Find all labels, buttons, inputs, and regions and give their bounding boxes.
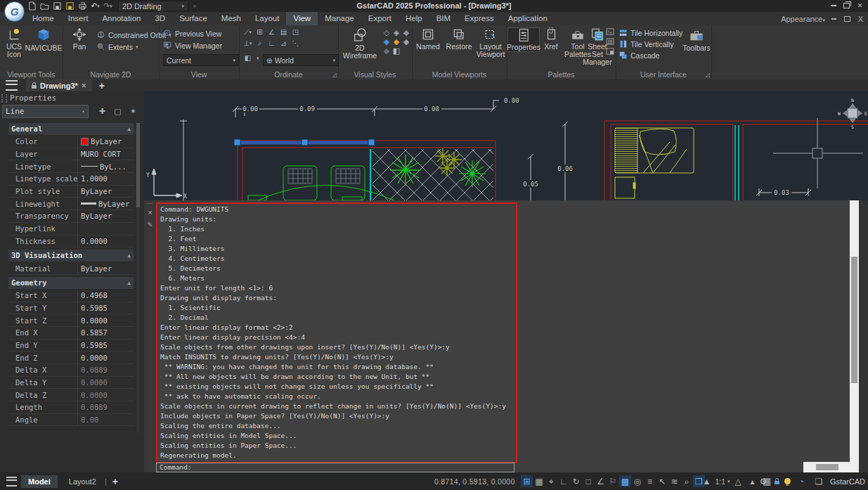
appearance-dropdown[interactable]: Appearance▾ [781, 15, 825, 23]
tile-vertically-button[interactable]: Tile Vertically [619, 40, 673, 49]
settings-gear-icon[interactable]: ⚙ [757, 475, 769, 487]
cyan-double-partition[interactable] [735, 125, 739, 200]
clean-screen-icon[interactable]: ❏ [812, 475, 824, 487]
performance-gauge-icon[interactable]: ◔ [796, 475, 808, 487]
ordinate-tool-icon[interactable]: ▤ [278, 27, 290, 37]
file-tabs-menu-icon[interactable] [6, 80, 18, 91]
current-view-dropdown[interactable]: Current▾ [163, 54, 239, 66]
property-row-end-y[interactable]: End Y 0.5985 [8, 340, 134, 352]
xray-style-icon[interactable]: ◧ [391, 46, 401, 56]
calculator-palette-icon[interactable] [606, 38, 614, 45]
polar-tracking-toggle[interactable]: ↻ [570, 475, 582, 487]
ui-lock-icon[interactable] [775, 481, 779, 484]
shaded-edges-style-icon[interactable]: ◆ [391, 37, 401, 46]
add-layout-button[interactable]: + [112, 476, 118, 487]
shades-gray-style-icon[interactable]: ◆ [401, 37, 411, 46]
ordinate-tool-icon[interactable]: ⌕ [254, 39, 266, 48]
property-row-hyperlink[interactable]: Hyperlink [8, 223, 134, 236]
gstarcad-brand-label[interactable]: GstarCAD [830, 477, 865, 486]
property-row-color[interactable]: Color ByLayer [8, 136, 134, 148]
property-row-start-y[interactable]: Start Y 0.5985 [8, 302, 134, 315]
ordinate-tool-icon[interactable]: ◳ [290, 27, 302, 37]
property-row-start-x[interactable]: Start X 0.4968 [8, 290, 134, 302]
isometric-grid-toggle[interactable]: ▩ [619, 475, 631, 487]
angle-snap-toggle[interactable]: ∠ [595, 475, 607, 487]
dynamic-input-toggle[interactable]: ↖ [656, 475, 668, 487]
annotation-scale-value[interactable]: 1:1 [715, 477, 726, 486]
command-edit-icon[interactable]: ✎ [144, 221, 156, 228]
ortho-mode-toggle[interactable]: ∟ [558, 475, 570, 487]
minimize-button[interactable] [827, 1, 840, 11]
object-snap-toggle[interactable]: □ [583, 475, 595, 487]
ordinate-tool-icon[interactable]: ⋱ [290, 39, 302, 48]
properties-scrollbar[interactable] [136, 123, 140, 432]
property-row-end-x[interactable]: End X 0.5857 [8, 327, 134, 340]
bed-symbol[interactable] [615, 128, 694, 198]
wireframe-style-icon[interactable]: ◇ [382, 28, 391, 37]
green-furniture[interactable] [248, 166, 394, 200]
selection-preview-toggle[interactable]: ⌕ [681, 475, 693, 487]
restore-button[interactable] [840, 1, 853, 11]
property-row-linetype[interactable]: Linetype ByL... [8, 160, 134, 173]
doc-minimize-button[interactable] [829, 14, 838, 23]
lineweight-display-toggle[interactable]: ≡ [644, 475, 656, 487]
cascade-button[interactable]: Cascade [619, 51, 659, 60]
tab-express[interactable]: Express [458, 12, 501, 25]
grid-display-toggle[interactable]: ⊞ [521, 475, 533, 487]
property-row-layer[interactable]: Layer MURO CORT [8, 148, 134, 161]
status-menu-icon[interactable] [6, 477, 17, 486]
hardware-acceleration-icon[interactable] [784, 478, 791, 484]
named-viewports-button[interactable]: Named [413, 27, 443, 51]
zoom-extents-button[interactable]: Extents▾ [96, 42, 138, 51]
qat-customize-icon[interactable]: ▿ [193, 4, 196, 9]
navigation-compass[interactable]: N W E S [838, 98, 867, 130]
workspace-dropdown[interactable]: 2D Drafting ▾ [118, 1, 188, 11]
layout2-tab[interactable]: Layout2 [62, 475, 103, 488]
undo-icon[interactable]: ↶▾ [90, 1, 101, 11]
center-snap-toggle[interactable]: ◎ [632, 475, 644, 487]
shaded-style-icon[interactable]: ◆ [382, 37, 391, 46]
property-row-start-z[interactable]: Start Z 0.0000 [8, 314, 134, 327]
ucs-select-icon[interactable]: ◧▾ [242, 53, 259, 63]
annotation-visibility-toggle[interactable]: △ [732, 475, 744, 487]
property-row-thickness[interactable]: Thickness 0.0000 [8, 236, 134, 248]
ordinate-tool-icon[interactable]: ⊞ [254, 27, 266, 37]
sketchy-style-icon[interactable]: ◆ [382, 46, 391, 56]
world-ucs-dropdown[interactable]: ⊕World ▾ [263, 54, 339, 66]
section-3d-visualization[interactable]: 3D Visualization▲ [8, 250, 134, 262]
tab-bim[interactable]: BIM [429, 12, 458, 25]
palette-grip[interactable] [1, 94, 7, 103]
annotation-scale-icon[interactable]: ▲ [701, 475, 713, 487]
property-row-linetype-scale[interactable]: Linetype scale 1.0000 [8, 173, 134, 186]
tab-manage[interactable]: Manage [318, 12, 361, 25]
property-row-transparency[interactable]: Transparency ByLayer [8, 210, 134, 223]
previous-view-button[interactable]: Previous View [163, 29, 221, 38]
document-tab-drawing3[interactable]: Drawing3* × [26, 79, 92, 91]
drawing-canvas[interactable]: 0.00 0.09 0.08 0.00 0.05 0.06 0.03 [144, 91, 868, 200]
xref-palette-button[interactable]: Xref [540, 27, 562, 51]
doc-close-button[interactable]: X [856, 14, 865, 23]
tab-layout[interactable]: Layout [248, 12, 287, 25]
ucs-icon-button[interactable]: UCS Icon [1, 27, 27, 58]
doc-restore-button[interactable] [843, 14, 852, 23]
tile-horizontally-button[interactable]: Tile Horizontally [619, 29, 682, 37]
cursor-snap-toggle[interactable]: ⌖ [545, 475, 557, 487]
save-as-icon[interactable] [65, 1, 75, 11]
open-file-icon[interactable] [39, 1, 50, 11]
view-manager-button[interactable]: View Manager [163, 41, 222, 50]
section-geometry[interactable]: Geometry▲ [8, 277, 134, 290]
snap-grid-toggle[interactable]: ▦ [533, 475, 545, 487]
hidden-style-icon[interactable]: ◈ [391, 28, 401, 37]
properties-palette-button[interactable]: Properties [507, 27, 540, 52]
tab-mesh[interactable]: Mesh [214, 12, 248, 25]
new-file-icon[interactable] [27, 1, 37, 11]
navicube-button[interactable]: NAVICUBE [27, 27, 60, 52]
command-horizontal-scrollbar[interactable] [803, 462, 859, 472]
transparency-display-toggle[interactable]: ≋ [668, 475, 680, 487]
command-drag-grip[interactable]: ⋯ [144, 200, 156, 207]
floor-hatch[interactable] [373, 149, 493, 200]
ordinate-tool-icon[interactable]: ∠ [266, 27, 278, 37]
model-tab[interactable]: Model [21, 475, 58, 488]
toolbars-button[interactable]: Toolbars [683, 27, 710, 52]
viewport-palette-icon[interactable] [606, 48, 614, 55]
